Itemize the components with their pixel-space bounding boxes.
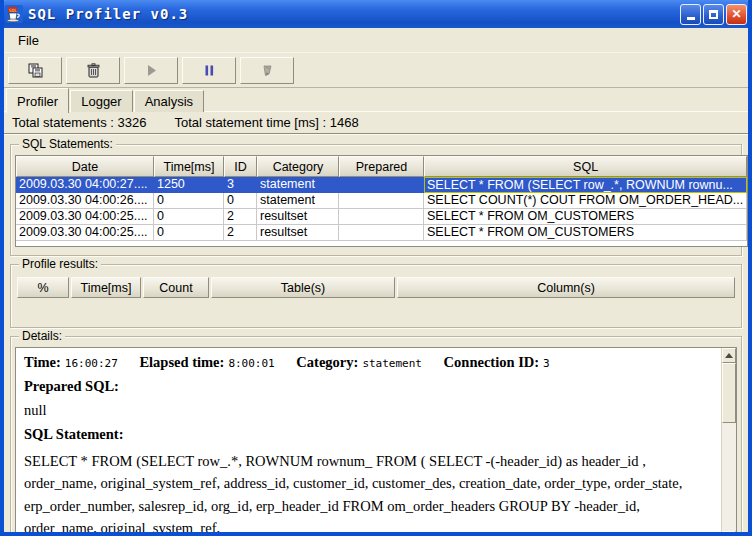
save-icon: [27, 62, 44, 79]
scrollbar-thumb[interactable]: [722, 363, 736, 423]
cell-prepared[interactable]: [339, 209, 424, 225]
sql-statements-group: SQL Statements: Date Time[ms] ID Categor…: [10, 144, 742, 256]
table-row[interactable]: 2009.03.30 04:00:26.... 0 0 statement SE…: [16, 193, 747, 209]
category-value: statement: [362, 357, 422, 370]
scroll-down-button[interactable]: [722, 531, 736, 536]
col-header-sql[interactable]: SQL: [424, 156, 747, 177]
app-coffee-icon: SQL: [5, 5, 23, 23]
sql-statements-table[interactable]: Date Time[ms] ID Category Prepared SQL 2…: [15, 155, 748, 247]
col-header-percent[interactable]: %: [17, 277, 69, 298]
tab-logger[interactable]: Logger: [70, 90, 132, 112]
table-row[interactable]: 2009.03.30 04:00:25.... 0 2 resultset SE…: [16, 209, 747, 225]
cell-category[interactable]: statement: [257, 193, 339, 209]
close-icon: ✕: [731, 8, 741, 20]
col-header-tables[interactable]: Table(s): [211, 277, 395, 298]
tab-bar: Profiler Logger Analysis: [4, 88, 748, 112]
cell-id[interactable]: 2: [224, 225, 257, 241]
cell-sql[interactable]: SELECT * FROM OM_CUSTOMERS: [424, 209, 747, 225]
edit-button[interactable]: [240, 57, 294, 84]
tab-analysis[interactable]: Analysis: [134, 90, 204, 112]
col-header-columns[interactable]: Column(s): [397, 277, 735, 298]
cell-prepared[interactable]: [339, 193, 424, 209]
cell-time[interactable]: 0: [154, 225, 224, 241]
col-header-time[interactable]: Time[ms]: [154, 156, 224, 177]
cell-id[interactable]: 3: [224, 177, 257, 193]
elapsed-time-value: 8:00:01: [228, 357, 274, 370]
cell-date[interactable]: 2009.03.30 04:00:26....: [16, 193, 154, 209]
cell-prepared[interactable]: [339, 177, 424, 193]
sql-statement-label: SQL Statement:: [24, 426, 709, 443]
elapsed-time-label: Elapsed time:: [139, 354, 224, 370]
details-scrollbar[interactable]: [721, 348, 736, 536]
total-statements: Total statements : 3326: [12, 115, 146, 130]
cell-sql[interactable]: SELECT COUNT(*) COUT FROM OM_ORDER_HEAD.…: [424, 193, 747, 209]
edit-icon: [259, 62, 276, 79]
details-label: Details:: [19, 329, 65, 343]
menubar: File: [4, 28, 748, 52]
time-value: 16:00:27: [65, 357, 118, 370]
svg-text:SQL: SQL: [9, 8, 17, 13]
cell-time[interactable]: 0: [154, 209, 224, 225]
save-button[interactable]: [8, 57, 62, 84]
cell-id[interactable]: 0: [224, 193, 257, 209]
cell-category[interactable]: statement: [257, 177, 339, 193]
tab-profiler[interactable]: Profiler: [6, 88, 69, 113]
toolbar: [4, 52, 748, 88]
cell-time[interactable]: 1250: [154, 177, 224, 193]
profile-results-group: Profile results: % Time[ms] Count Table(…: [10, 264, 742, 328]
col-header-id[interactable]: ID: [224, 156, 257, 177]
category-label: Category:: [296, 354, 358, 370]
cell-date[interactable]: 2009.03.30 04:00:25....: [16, 225, 154, 241]
cell-id[interactable]: 2: [224, 209, 257, 225]
total-statement-time: Total statement time [ms] : 1468: [174, 115, 358, 130]
cell-date[interactable]: 2009.03.30 04:00:25....: [16, 209, 154, 225]
close-button[interactable]: ✕: [726, 4, 747, 25]
connection-id-value: 3: [543, 357, 550, 370]
totals-bar: Total statements : 3326 Total statement …: [4, 112, 748, 134]
menu-file[interactable]: File: [12, 31, 45, 50]
app-window: SQL SQL Profiler v0.3 ✕ File: [0, 0, 752, 536]
prepared-sql-value: null: [24, 402, 713, 419]
window-title: SQL Profiler v0.3: [28, 6, 678, 22]
col-header-date[interactable]: Date: [16, 156, 154, 177]
titlebar[interactable]: SQL SQL Profiler v0.3 ✕: [0, 0, 752, 28]
col-header-category[interactable]: Category: [257, 156, 339, 177]
cell-prepared[interactable]: [339, 225, 424, 241]
maximize-button[interactable]: [703, 4, 724, 25]
cell-time[interactable]: 0: [154, 193, 224, 209]
profile-results-header: % Time[ms] Count Table(s) Column(s): [15, 275, 737, 300]
sql-table-scrollbar[interactable]: [748, 176, 752, 247]
details-group: Details: Time:16:00:27 Elapsed time:8:00…: [10, 336, 742, 536]
cell-sql[interactable]: SELECT * FROM OM_CUSTOMERS: [424, 225, 747, 241]
play-button[interactable]: [124, 57, 178, 84]
minimize-icon: [687, 17, 695, 20]
time-label: Time:: [24, 354, 61, 370]
maximize-icon: [709, 10, 718, 19]
col-header-time[interactable]: Time[ms]: [71, 277, 141, 298]
trash-icon: [85, 62, 102, 79]
profile-results-label: Profile results:: [19, 257, 101, 271]
cell-sql[interactable]: SELECT * FROM (SELECT row_.*, ROWNUM row…: [424, 177, 747, 193]
table-row[interactable]: 2009.03.30 04:00:25.... 0 2 resultset SE…: [16, 225, 747, 241]
sql-table-header: Date Time[ms] ID Category Prepared SQL: [16, 156, 747, 177]
col-header-prepared[interactable]: Prepared: [339, 156, 424, 177]
scrollbar-track[interactable]: [722, 423, 736, 531]
play-icon: [143, 62, 160, 79]
cell-category[interactable]: resultset: [257, 225, 339, 241]
cell-date[interactable]: 2009.03.30 04:00:27....: [16, 177, 154, 193]
pause-button[interactable]: [182, 57, 236, 84]
col-header-count[interactable]: Count: [143, 277, 209, 298]
details-content: Time:16:00:27 Elapsed time:8:00:01 Categ…: [16, 348, 721, 536]
table-row[interactable]: 2009.03.30 04:00:27.... 1250 3 statement…: [16, 177, 747, 193]
details-summary-line: Time:16:00:27 Elapsed time:8:00:01 Categ…: [24, 354, 713, 371]
delete-button[interactable]: [66, 57, 120, 84]
connection-id-label: Connection ID:: [444, 354, 539, 370]
sql-statement-text: SELECT * FROM (SELECT row_.*, ROWNUM row…: [24, 450, 713, 536]
scroll-up-button[interactable]: [722, 348, 736, 363]
prepared-sql-label: Prepared SQL:: [24, 378, 709, 395]
minimize-button[interactable]: [680, 4, 701, 25]
pause-icon: [201, 62, 218, 79]
arrow-up-icon: [725, 353, 733, 358]
sql-statements-label: SQL Statements:: [19, 137, 116, 151]
cell-category[interactable]: resultset: [257, 209, 339, 225]
